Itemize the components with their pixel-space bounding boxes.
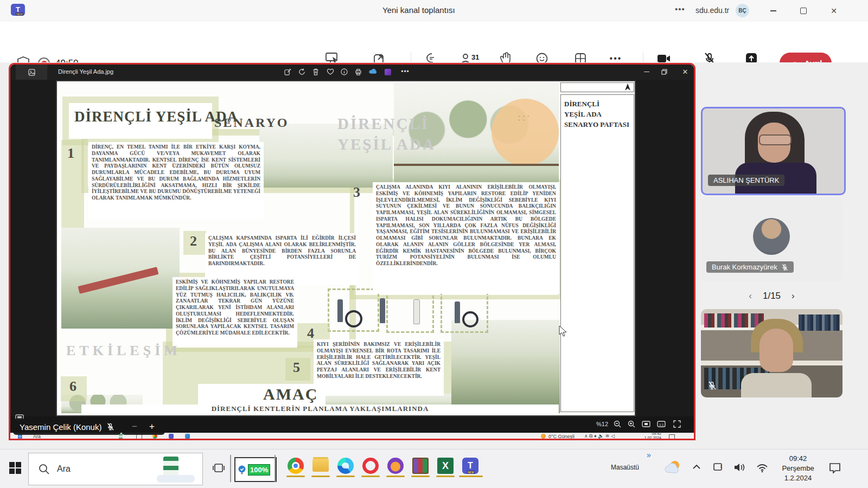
shared-photos-icon	[185, 434, 190, 439]
rotate-icon[interactable]	[298, 68, 311, 75]
video-tile-aslihan[interactable]: ASLIHAN ŞENTÜRK	[701, 107, 846, 195]
third-participant-face	[760, 329, 793, 372]
teams-app-icon: T NEW	[11, 4, 25, 16]
favorite-icon[interactable]	[327, 68, 340, 75]
wifi-tray-icon[interactable]	[756, 464, 768, 472]
section-1-text: DİRENÇ, EN TEMEL TANIMI İLE BİR ETKİYE K…	[88, 142, 264, 220]
sun-graphic	[492, 99, 559, 166]
info-icon[interactable]	[341, 68, 354, 75]
plug-icon	[238, 464, 246, 475]
section-6-number: 6	[69, 378, 76, 395]
winrar-running-indicator	[411, 476, 430, 477]
fit-screen-icon[interactable]	[642, 421, 650, 427]
photos-close[interactable]: ✕	[679, 68, 692, 76]
titlebar-more-icon[interactable]: •••	[675, 4, 685, 14]
explorer-running-indicator	[311, 476, 330, 477]
figure-wheelchair	[337, 299, 343, 322]
search-placeholder: Ara	[57, 464, 71, 474]
section-3-number: 3	[353, 184, 360, 201]
fullscreen-icon[interactable]	[673, 420, 681, 428]
zoom-in-icon[interactable]	[628, 420, 635, 428]
avatar[interactable]: BÇ	[736, 4, 749, 17]
mic-muted-icon-burak	[781, 264, 788, 271]
tenant-domain[interactable]: sdu.edu.tr	[695, 6, 729, 15]
zoom-minus-button[interactable]: −	[132, 421, 137, 432]
desktop-toolbar-label[interactable]: Masaüstü	[611, 464, 639, 471]
cloud-icon[interactable]	[369, 68, 382, 74]
legend-panel: DİRENÇLİ YEŞİL ADA SENARYO PAFTASI	[560, 94, 634, 412]
clock-tray[interactable]: 09:42 Perşembe 1.2.2024	[775, 454, 821, 483]
tray-date: 1.2.2024	[775, 473, 821, 483]
edge-icon[interactable]	[337, 458, 354, 474]
winrar-icon[interactable]	[412, 458, 429, 474]
start-button-icon[interactable]	[9, 461, 22, 474]
print-icon[interactable]	[355, 68, 368, 75]
avatar-burak	[753, 218, 790, 255]
file-explorer-icon[interactable]	[312, 459, 329, 472]
shared-tray-icons: ∧ ⧉ ♦ 🔈 ≋ ◁	[584, 433, 615, 439]
volume-tray-icon[interactable]	[733, 463, 745, 472]
battery-widget[interactable]: 100%	[234, 457, 277, 482]
edge-running-indicator	[336, 476, 355, 477]
tray-overflow[interactable]: »	[647, 451, 651, 459]
figure-walker	[455, 301, 460, 323]
new-badge: NEW	[16, 12, 23, 16]
chrome-icon[interactable]	[288, 458, 304, 474]
figure-wheel	[345, 310, 362, 328]
poster-render-pergola	[451, 320, 560, 413]
opera-icon[interactable]	[362, 458, 379, 474]
minimize-button[interactable]	[761, 0, 786, 22]
weather-tray-icon[interactable]	[663, 458, 682, 478]
actual-size-icon[interactable]: 1:1	[657, 421, 666, 427]
browser-shield-icon[interactable]	[387, 458, 404, 474]
tablet-tray-icon[interactable]: 1	[713, 463, 724, 472]
tray-chevron-icon[interactable]	[692, 464, 701, 471]
birds-graphic: ˬ ˬ ˬˬ ˬ	[519, 112, 530, 120]
mic-muted-icon-third	[707, 381, 717, 390]
action-center-icon[interactable]	[829, 463, 841, 473]
dashed-box-2	[386, 291, 434, 333]
app-titlebar: T NEW Yeni kanal toplantısı ••• sdu.edu.…	[0, 0, 868, 22]
video-tile-burak[interactable]: Burak Korkmazyürek	[701, 197, 843, 281]
opera-running-indicator	[361, 476, 380, 477]
share-zoom-controls: − +	[122, 419, 165, 435]
excel-running-indicator	[436, 476, 455, 477]
etkilesim-watermark: ETKİLEŞİM	[66, 343, 181, 359]
page-next-icon[interactable]: ›	[792, 291, 795, 301]
books-row-top	[704, 313, 764, 328]
shared-start-icon	[18, 434, 22, 439]
figure-crutches	[413, 299, 420, 324]
section-5-text: KIYI ŞERİDİNİN BAKIMSIZ VE ERİŞİLEBİLİR …	[314, 339, 444, 396]
photos-tab[interactable]	[16, 65, 47, 80]
legend-scalebar	[560, 82, 634, 92]
section-1-number: 1	[67, 145, 74, 162]
page-prev-icon[interactable]: ‹	[749, 291, 752, 301]
battery-percent: 100%	[248, 464, 270, 476]
video-tile-third[interactable]	[701, 309, 843, 397]
zoom-level: %12	[596, 421, 608, 427]
taskbar-search-box[interactable]: Ara	[28, 453, 203, 485]
excel-icon[interactable]: X	[437, 458, 454, 474]
image-icon	[28, 69, 35, 76]
shared-notification-icon	[669, 434, 675, 439]
window-title: Yeni kanal toplantısı	[382, 5, 455, 15]
maximize-button[interactable]	[791, 0, 816, 22]
books-row-right	[799, 314, 840, 331]
close-button[interactable]: ✕	[821, 0, 846, 22]
task-view-icon[interactable]	[213, 463, 225, 473]
edit-image-icon[interactable]	[284, 68, 297, 75]
section-3-text: ÇALIŞMA ALANINDA KIYI ALANININ ERİŞİLEBİ…	[373, 182, 559, 294]
figure-wheel-2	[462, 311, 478, 328]
zoom-plus-button[interactable]: +	[149, 421, 155, 432]
tray-day: Perşembe	[775, 464, 821, 473]
designer-icon[interactable]	[385, 69, 391, 75]
photos-restore[interactable]	[661, 69, 674, 75]
legend-title: DİRENÇLİ YEŞİL ADA SENARYO PAFTASI	[561, 95, 634, 134]
teams-taskbar-icon[interactable]: TNEW	[462, 458, 478, 474]
zoom-out-icon[interactable]	[614, 420, 621, 428]
delete-icon[interactable]	[312, 68, 326, 75]
photos-more-icon[interactable]: •••	[399, 68, 412, 75]
photos-minimize[interactable]	[644, 68, 657, 72]
presenter-mic-muted-icon	[106, 422, 114, 431]
section-4-text: ESKİMİŞ VE KÖHNEMİŞ YAPILAR RESTORE EDİL…	[173, 277, 297, 348]
